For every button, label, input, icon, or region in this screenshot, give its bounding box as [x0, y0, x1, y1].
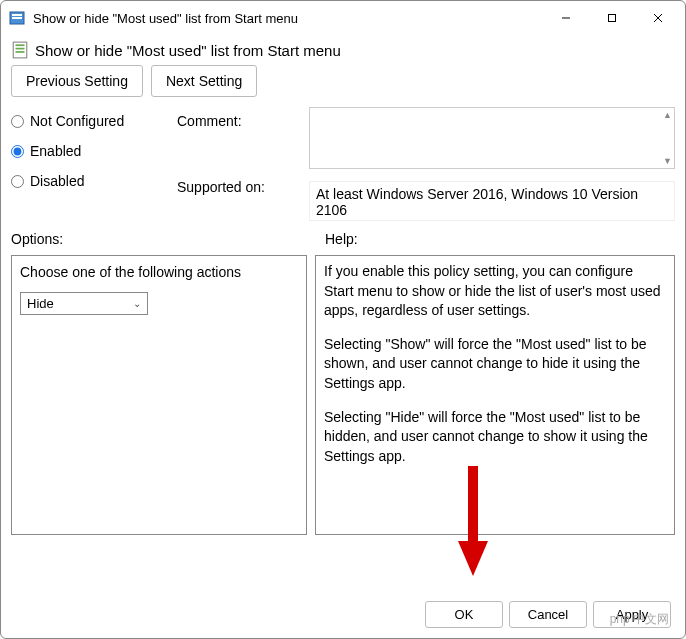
help-text: If you enable this policy setting, you c… [324, 262, 666, 321]
svg-rect-2 [12, 17, 22, 19]
help-text: Selecting "Hide" will force the "Most us… [324, 408, 666, 467]
previous-setting-button[interactable]: Previous Setting [11, 65, 143, 97]
window-title: Show or hide "Most used" list from Start… [33, 11, 543, 26]
radio-label: Enabled [30, 143, 81, 159]
radio-enabled[interactable]: Enabled [11, 143, 173, 159]
action-select[interactable]: Hide ⌄ [20, 292, 148, 315]
dialog-footer: OK Cancel Apply [425, 601, 671, 628]
svg-rect-8 [16, 44, 25, 46]
minimize-button[interactable] [543, 3, 589, 33]
svg-rect-1 [12, 14, 22, 16]
titlebar: Show or hide "Most used" list from Start… [1, 1, 685, 35]
state-radio-group: Not Configured Enabled Disabled [11, 107, 173, 189]
scroll-down-icon: ▼ [663, 156, 672, 166]
radio-disabled[interactable]: Disabled [11, 173, 173, 189]
help-panel[interactable]: If you enable this policy setting, you c… [315, 255, 675, 535]
radio-label: Not Configured [30, 113, 124, 129]
select-value: Hide [27, 296, 54, 311]
apply-button[interactable]: Apply [593, 601, 671, 628]
document-icon [11, 41, 29, 59]
supported-on-label: Supported on: [177, 173, 305, 195]
policy-icon [9, 10, 25, 26]
comment-label: Comment: [177, 107, 305, 129]
help-text: Selecting "Show" will force the "Most us… [324, 335, 666, 394]
maximize-button[interactable] [589, 3, 635, 33]
radio-label: Disabled [30, 173, 84, 189]
close-button[interactable] [635, 3, 681, 33]
options-prompt: Choose one of the following actions [20, 264, 298, 280]
scroll-up-icon: ▲ [663, 110, 672, 120]
policy-title: Show or hide "Most used" list from Start… [35, 42, 341, 59]
help-label: Help: [311, 231, 358, 247]
ok-button[interactable]: OK [425, 601, 503, 628]
svg-rect-10 [16, 51, 25, 53]
policy-header: Show or hide "Most used" list from Start… [11, 41, 675, 59]
cancel-button[interactable]: Cancel [509, 601, 587, 628]
svg-rect-4 [609, 15, 616, 22]
radio-not-configured[interactable]: Not Configured [11, 113, 173, 129]
chevron-down-icon: ⌄ [133, 298, 141, 309]
options-label: Options: [11, 231, 311, 247]
comment-textarea[interactable]: ▲ ▼ [309, 107, 675, 169]
next-setting-button[interactable]: Next Setting [151, 65, 257, 97]
supported-on-text: At least Windows Server 2016, Windows 10… [309, 181, 675, 221]
options-panel: Choose one of the following actions Hide… [11, 255, 307, 535]
svg-rect-9 [16, 48, 25, 50]
